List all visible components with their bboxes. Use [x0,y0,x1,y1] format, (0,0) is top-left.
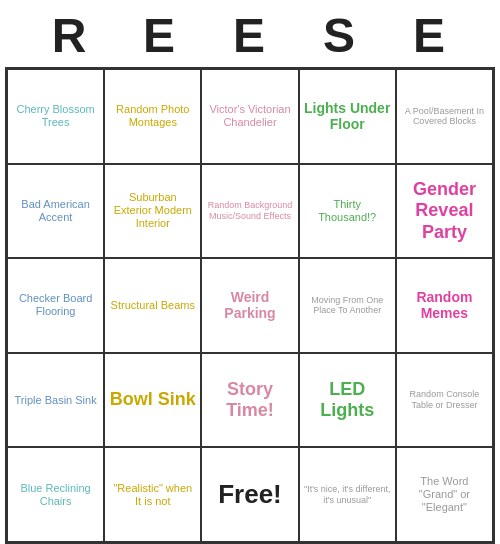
bingo-cell-17: Story Time! [201,353,298,448]
title-letter-4: S [295,8,385,63]
bingo-cell-5: Bad American Accent [7,164,104,259]
bingo-grid: Cherry Blossom TreesRandom Photo Montage… [5,67,495,544]
bingo-cell-12: Weird Parking [201,258,298,353]
bingo-cell-11: Structural Beams [104,258,201,353]
bingo-cell-18: LED Lights [299,353,396,448]
bingo-cell-16: Bowl Sink [104,353,201,448]
title-letter-2: E [115,8,205,63]
bingo-cell-15: Triple Basin Sink [7,353,104,448]
bingo-cell-6: Suburban Exterior Modern Interior [104,164,201,259]
bingo-cell-20: Blue Reclining Chairs [7,447,104,542]
title-letter-1: R [25,8,115,63]
bingo-cell-14: Random Memes [396,258,493,353]
bingo-cell-13: Moving From One Place To Another [299,258,396,353]
bingo-cell-19: Random Console Table or Dresser [396,353,493,448]
title-letter-5: E [385,8,475,63]
bingo-cell-4: A Pool/Basement In Covered Blocks [396,69,493,164]
bingo-cell-3: Lights Under Floor [299,69,396,164]
bingo-cell-9: Gender Reveal Party [396,164,493,259]
bingo-cell-8: Thirty Thousand!? [299,164,396,259]
bingo-cell-23: "It's nice, it's different, it's unusual… [299,447,396,542]
bingo-cell-21: "Realistic" when It is not [104,447,201,542]
bingo-cell-1: Random Photo Montages [104,69,201,164]
bingo-cell-0: Cherry Blossom Trees [7,69,104,164]
bingo-cell-7: Random Background Music/Sound Effects [201,164,298,259]
title-letter-3: E [205,8,295,63]
bingo-title: R E E S E [0,0,500,67]
bingo-cell-24: The Word "Grand" or "Elegant" [396,447,493,542]
bingo-cell-2: Victor's Victorian Chandelier [201,69,298,164]
bingo-cell-22: Free! [201,447,298,542]
bingo-cell-10: Checker Board Flooring [7,258,104,353]
